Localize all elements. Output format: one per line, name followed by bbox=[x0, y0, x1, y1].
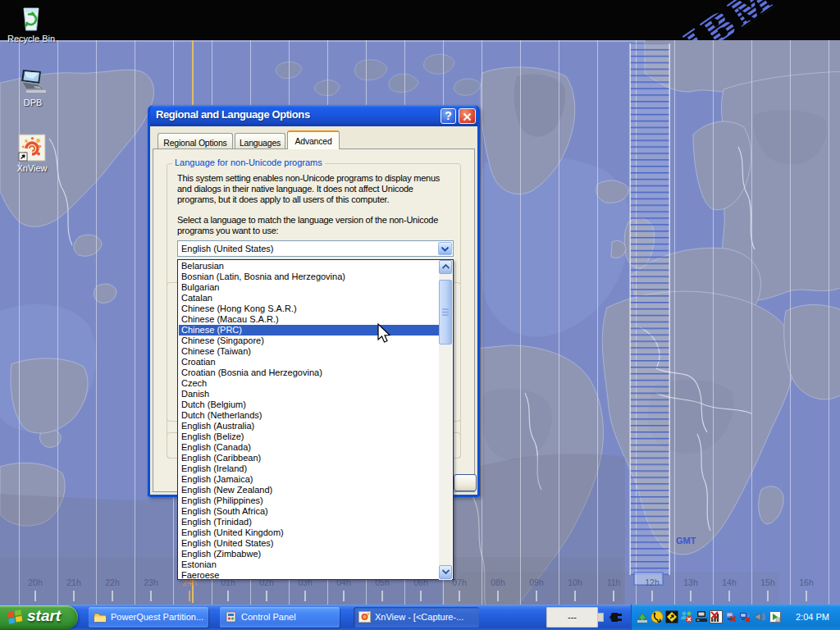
svg-text:GMT: GMT bbox=[676, 536, 696, 546]
svg-text:IBM: IBM bbox=[676, 0, 778, 40]
